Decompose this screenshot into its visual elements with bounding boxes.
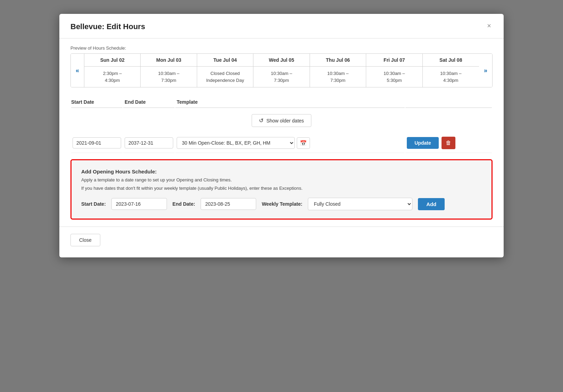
col-header-end: End Date bbox=[123, 96, 175, 108]
calendar-grid: Sun Jul 022:30pm – 4:30pmMon Jul 0310:30… bbox=[84, 54, 479, 87]
modal-header: Bellevue: Edit Hours × bbox=[70, 22, 493, 31]
modal-container: Bellevue: Edit Hours × Preview of Hours … bbox=[59, 14, 504, 257]
add-start-date-label: Start Date: bbox=[81, 201, 106, 207]
close-x-button[interactable]: × bbox=[486, 22, 493, 29]
cal-header-3: Wed Jul 05 bbox=[253, 54, 309, 67]
cal-col-6: Sat Jul 0810:30am – 4:30pm bbox=[423, 54, 479, 87]
calendar-icon: 📅 bbox=[300, 140, 307, 146]
cal-header-1: Mon Jul 03 bbox=[141, 54, 196, 67]
template-select-wrap: 30 Min Open-Close: BL, BX, EP, GH, HM 📅 bbox=[177, 137, 403, 149]
cal-header-0: Sun Jul 02 bbox=[84, 54, 140, 67]
col-header-template: Template bbox=[175, 96, 405, 108]
history-icon: ↺ bbox=[259, 117, 263, 124]
cal-header-5: Fri Jul 07 bbox=[366, 54, 422, 67]
template-select[interactable]: 30 Min Open-Close: BL, BX, EP, GH, HM bbox=[177, 137, 295, 149]
prev-week-button[interactable]: « bbox=[71, 54, 84, 87]
cal-col-4: Thu Jul 0610:30am – 7:30pm bbox=[310, 54, 366, 87]
delete-button[interactable]: 🗑 bbox=[442, 137, 455, 149]
end-date-input[interactable] bbox=[125, 137, 173, 148]
update-button[interactable]: Update bbox=[407, 137, 438, 149]
cal-col-2: Tue Jul 04Closed Closed Independence Day bbox=[197, 54, 253, 87]
footer-divider bbox=[59, 227, 504, 227]
schedule-table: Start Date End Date Template ↺ Show olde… bbox=[70, 96, 493, 154]
add-section-desc2: If you have dates that don't fit within … bbox=[81, 185, 482, 192]
add-template-select[interactable]: Fully Closed30 Min Open-Close: BL, BX, E… bbox=[308, 198, 412, 210]
add-form-row: Start Date: End Date: Weekly Template: F… bbox=[81, 198, 482, 210]
add-section-desc1: Apply a template to a date range to set … bbox=[81, 177, 482, 184]
calendar-icon-button[interactable]: 📅 bbox=[297, 137, 310, 149]
next-week-button[interactable]: » bbox=[479, 54, 492, 87]
schedule-row-0: 30 Min Open-Close: BL, BX, EP, GH, HM 📅 … bbox=[71, 133, 492, 153]
cal-body-5: 10:30am – 5:30pm bbox=[366, 67, 422, 87]
cal-col-5: Fri Jul 0710:30am – 5:30pm bbox=[366, 54, 422, 87]
close-button[interactable]: Close bbox=[70, 234, 100, 246]
show-older-label: Show older dates bbox=[266, 118, 304, 123]
add-end-date-label: End Date: bbox=[173, 201, 195, 207]
cal-body-4: 10:30am – 7:30pm bbox=[310, 67, 366, 87]
add-section-title: Add Opening Hours Schedule: bbox=[81, 169, 482, 174]
cal-body-1: 10:30am – 7:30pm bbox=[141, 67, 196, 87]
preview-label: Preview of Hours Schedule: bbox=[70, 45, 493, 51]
show-older-button[interactable]: ↺ Show older dates bbox=[252, 114, 311, 127]
cal-header-4: Thu Jul 06 bbox=[310, 54, 366, 67]
add-button[interactable]: Add bbox=[418, 198, 445, 210]
cal-body-3: 10:30am – 7:30pm bbox=[253, 67, 309, 87]
col-header-start: Start Date bbox=[71, 96, 123, 108]
cal-body-6: 10:30am – 4:30pm bbox=[423, 67, 479, 87]
add-opening-hours-section: Add Opening Hours Schedule: Apply a temp… bbox=[70, 159, 493, 220]
cal-header-6: Sat Jul 08 bbox=[423, 54, 479, 67]
cal-header-2: Tue Jul 04 bbox=[197, 54, 253, 67]
cal-body-2: Closed Closed Independence Day bbox=[197, 67, 253, 87]
calendar-nav: « Sun Jul 022:30pm – 4:30pmMon Jul 0310:… bbox=[70, 53, 493, 87]
col-header-actions bbox=[405, 96, 492, 108]
start-date-input[interactable] bbox=[73, 137, 121, 148]
add-end-date-input[interactable] bbox=[201, 198, 256, 210]
row-actions: Update 🗑 bbox=[407, 137, 490, 149]
cal-body-0: 2:30pm – 4:30pm bbox=[84, 67, 140, 87]
add-start-date-input[interactable] bbox=[111, 198, 167, 210]
header-divider bbox=[59, 38, 504, 39]
add-template-label: Weekly Template: bbox=[262, 201, 302, 207]
cal-col-3: Wed Jul 0510:30am – 7:30pm bbox=[253, 54, 310, 87]
trash-icon: 🗑 bbox=[446, 140, 451, 146]
show-older-row: ↺ Show older dates bbox=[71, 109, 492, 133]
cal-col-1: Mon Jul 0310:30am – 7:30pm bbox=[141, 54, 197, 87]
cal-col-0: Sun Jul 022:30pm – 4:30pm bbox=[84, 54, 141, 87]
modal-title: Bellevue: Edit Hours bbox=[70, 22, 145, 31]
